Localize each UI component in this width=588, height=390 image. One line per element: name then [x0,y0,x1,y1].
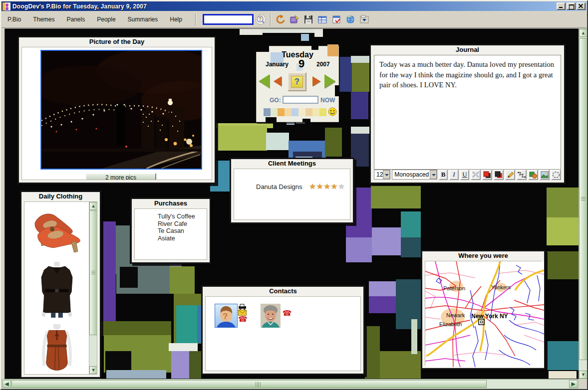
prev-year-icon[interactable] [259,74,270,88]
menu-pbio[interactable]: P.Bio [7,14,21,25]
scroll-left-icon[interactable]: ◀ [2,380,11,388]
list-item[interactable]: Asiate [158,235,207,242]
night-city-photo [41,51,201,169]
map-label: Elizabeth [439,321,462,327]
table-view-button[interactable] [316,13,329,26]
scroll-right-icon[interactable]: ▶ [569,380,578,388]
daily-clothing-body: ▲ ▼ [24,201,97,375]
smiley-icon[interactable] [328,107,337,116]
contacts-body: ? [205,296,361,371]
contact-entry[interactable]: ☎ [261,304,292,328]
italic-button[interactable]: I [449,170,458,180]
font-size-select[interactable]: 12 [374,170,390,180]
journal-toolbar: 12 Monospaced B I U [374,169,561,181]
globe-icon [345,14,355,24]
shapes-icon [529,171,537,179]
scrollbar-thumb[interactable] [11,380,487,388]
strip-segment [264,108,271,116]
list-item[interactable]: Te Casan [158,227,207,235]
list-item[interactable]: Tully's Coffee [158,213,207,220]
next-year-icon[interactable] [324,74,335,88]
toolbar-dropdown-button[interactable] [358,13,371,26]
map-body[interactable]: Paterson Yonkers Newark New York NY Eliz… [425,261,542,366]
now-button[interactable]: NOW [320,97,335,104]
purchases-panel: Purchases Tully's Coffee River Cafe Te C… [130,197,211,264]
window-title: DoogDev's P.Bio for Tuesday, January 9, … [12,3,147,10]
scroll-down-icon[interactable]: ▼ [579,371,588,379]
scrollbar-thumb[interactable] [89,210,97,335]
lasso-select-button[interactable] [551,170,561,180]
maximize-button[interactable] [567,2,576,10]
menu-summaries[interactable]: Summaries [128,14,158,25]
font-family-select[interactable]: Monospaced [392,170,437,180]
menu-themes[interactable]: Themes [33,14,54,25]
chevron-down-icon [383,170,390,179]
bold-button[interactable]: B [439,170,448,180]
save-button[interactable] [302,13,315,26]
map-label: New York NY [471,313,508,320]
shapes-button[interactable] [528,170,538,180]
font-family-value: Monospaced [394,171,429,178]
minimize-button[interactable] [557,2,566,10]
window-controls [557,2,586,10]
calendar-day: 9 [298,57,304,70]
toolbar-separator [195,13,196,25]
strip-segment [312,108,319,116]
prev-day-icon[interactable] [274,76,282,86]
scroll-down-icon[interactable]: ▼ [89,366,97,374]
rating-stars[interactable]: ★★★★★ [309,182,345,191]
address-book-icon [290,14,299,24]
pencil-button[interactable] [505,170,515,180]
search-input[interactable] [203,14,254,25]
vertical-scrollbar[interactable]: ▲ ▼ [579,28,588,379]
phone-icon[interactable]: ☎ [238,316,248,323]
underline-button[interactable]: U [460,170,469,180]
clothing-list[interactable] [24,202,89,374]
foreground-color-button[interactable] [482,170,492,180]
titlebar[interactable]: DoogDev's P.Bio for Tuesday, January 9, … [1,1,587,11]
more-pics-button[interactable]: 2 more pics [85,173,156,180]
journal-text-area[interactable]: Today was a much better day. Danuta love… [374,55,561,170]
rust-dress-image [27,324,87,374]
menu-panels[interactable]: Panels [67,14,85,25]
calendar-help-button[interactable]: ? [288,72,306,91]
car-icon[interactable] [238,304,247,310]
clothing-scrollbar[interactable]: ▲ ▼ [89,202,97,374]
app-window: DoogDev's P.Bio for Tuesday, January 9, … [0,0,588,390]
go-date-input[interactable] [283,96,318,104]
list-item[interactable]: River Cafe [158,220,207,228]
cut-button[interactable] [471,170,481,180]
next-day-icon[interactable] [312,76,320,86]
calendar-widget: Tuesday January 9 2007 ? GO: NOW [256,46,339,122]
scrollbar-thumb[interactable] [579,38,588,360]
star-empty-icon: ★ [338,182,345,191]
scroll-up-icon[interactable]: ▲ [89,202,97,210]
menu-help[interactable]: Help [170,14,182,25]
calendar-weekday: Tuesday [257,50,338,59]
address-book-button[interactable] [288,13,301,26]
star-full-icon: ★ [331,182,338,191]
background-color-button[interactable] [494,170,504,180]
panel-title: Journal [371,45,564,54]
phone-icon[interactable]: ☎ [283,310,292,317]
horizontal-scrollbar[interactable]: ◀ ▶ [1,379,579,389]
undo-button[interactable] [274,13,287,26]
calendar-check-button[interactable] [330,13,343,26]
scroll-up-icon[interactable]: ▲ [579,29,588,37]
meeting-row[interactable]: Danuta Designs ★★★★★ [256,182,350,191]
polyline-icon [518,171,526,179]
polyline-button[interactable] [517,170,527,180]
scrollbar-grip [91,271,95,275]
map-label: Newark [446,312,465,318]
insert-image-button[interactable] [540,170,550,180]
close-button[interactable] [577,2,586,10]
picture-of-day-panel: Picture of the Day [17,36,216,184]
zoom-help-button[interactable]: ? [254,13,267,26]
globe-button[interactable] [344,13,357,26]
menu-people[interactable]: People [97,14,115,25]
daily-photo[interactable] [40,50,202,170]
dropdown-icon [360,15,369,24]
journal-panel: Journal Today was a much better day. Dan… [369,44,566,184]
contact-entry[interactable]: ? [215,304,248,328]
scrollbar-grip [256,382,262,387]
